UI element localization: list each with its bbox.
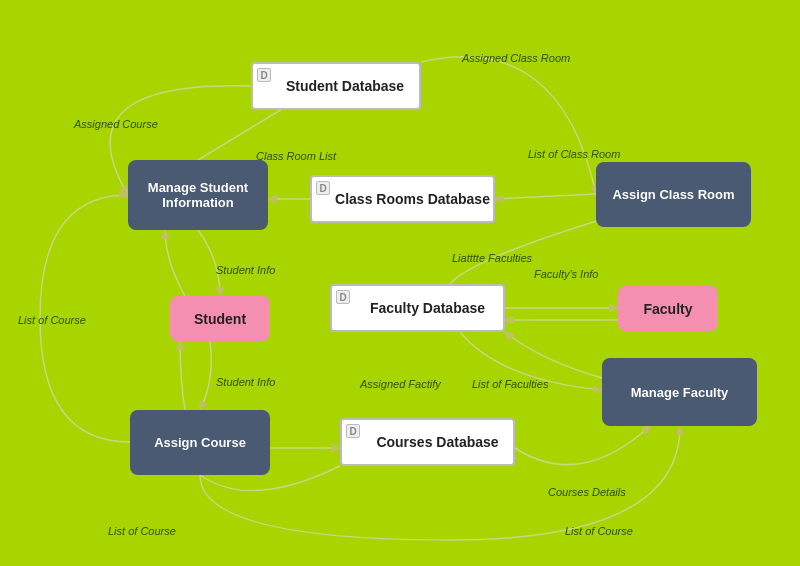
edge-label-student-info-2: Student Info [216, 376, 275, 388]
manage-faculty-label: Manage Faculty [631, 385, 729, 400]
student-database-label: Student Database [286, 78, 404, 94]
edge-label-list-faculties: List of Faculties [472, 378, 548, 390]
edge-label-list-course-left: List of Course [18, 314, 86, 326]
edge-label-courses-details: Courses Details [548, 486, 626, 498]
db-icon-faculty: D [336, 290, 350, 304]
classrooms-database-label: Class Rooms Database [335, 191, 490, 207]
manage-faculty-node[interactable]: Manage Faculty [602, 358, 757, 426]
edge-label-list-course-bottom-right: List of Course [565, 525, 633, 537]
assign-course-label: Assign Course [154, 435, 246, 450]
classrooms-database-node: D Class Rooms Database [310, 175, 495, 223]
manage-student-node[interactable]: Manage Student Information [128, 160, 268, 230]
edge-label-student-info-1: Student Info [216, 264, 275, 276]
assign-classroom-node[interactable]: Assign Class Room [596, 162, 751, 227]
edge-label-assigned-course: Assigned Course [74, 118, 158, 130]
courses-database-node: D Courses Database [340, 418, 515, 466]
diagram-container: D Student Database Manage Student Inform… [0, 0, 800, 566]
manage-student-label: Manage Student Information [136, 180, 260, 210]
edge-label-classroom-list: Class Room List [256, 150, 336, 162]
db-icon-classrooms: D [316, 181, 330, 195]
faculty-database-label: Faculty Database [370, 300, 485, 316]
edge-label-faculty-info: Faculty's Info [534, 268, 598, 280]
assign-course-node[interactable]: Assign Course [130, 410, 270, 475]
edge-label-assigned-factify: Assigned Factify [360, 378, 441, 390]
edge-label-liatttte: Liatttte Faculties [452, 252, 532, 264]
student-database-node: D Student Database [251, 62, 421, 110]
student-node[interactable]: Student [170, 296, 270, 341]
db-icon-courses: D [346, 424, 360, 438]
edge-label-list-course-bottom-left: List of Course [108, 525, 176, 537]
assign-classroom-label: Assign Class Room [612, 187, 734, 202]
faculty-node[interactable]: Faculty [618, 286, 718, 331]
faculty-label: Faculty [643, 301, 692, 317]
courses-database-label: Courses Database [376, 434, 498, 450]
db-icon-student: D [257, 68, 271, 82]
edge-label-list-classroom: List of Class Room [528, 148, 620, 160]
faculty-database-node: D Faculty Database [330, 284, 505, 332]
student-label: Student [194, 311, 246, 327]
edge-label-assigned-classroom: Assigned Class Room [462, 52, 570, 64]
